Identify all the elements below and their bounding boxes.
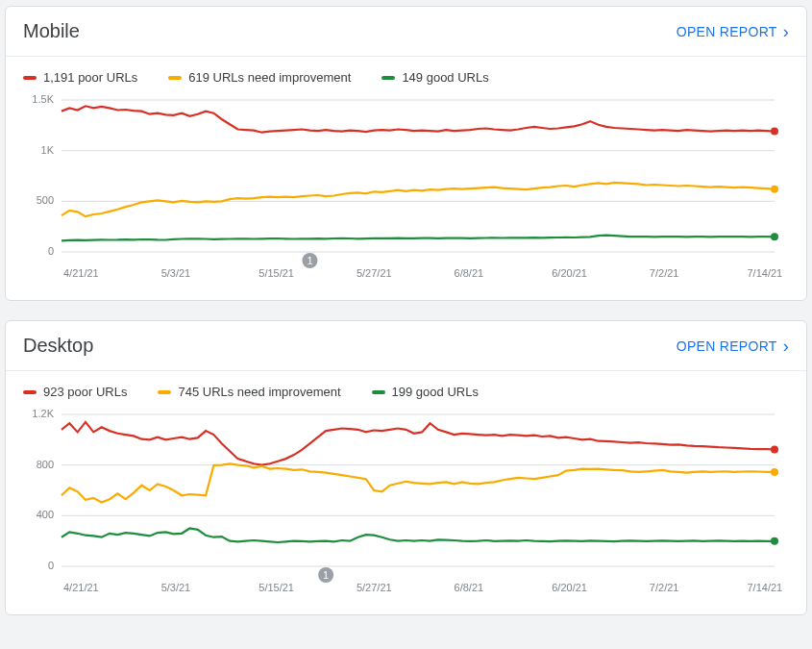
svg-text:1.5K: 1.5K bbox=[32, 94, 54, 105]
svg-text:7/14/21: 7/14/21 bbox=[748, 582, 783, 593]
svg-text:7/2/21: 7/2/21 bbox=[650, 582, 679, 593]
legend-label-need: 745 URLs need improvement bbox=[178, 385, 340, 399]
svg-text:7/2/21: 7/2/21 bbox=[650, 267, 679, 279]
chart-mobile: 05001K1.5K4/21/215/3/215/15/215/27/216/8… bbox=[6, 88, 806, 300]
svg-text:5/3/21: 5/3/21 bbox=[161, 582, 191, 593]
legend-item-good: 199 good URLs bbox=[372, 385, 479, 399]
svg-point-20 bbox=[771, 233, 778, 240]
legend: 1,191 poor URLs 619 URLs need improvemen… bbox=[6, 57, 806, 88]
swatch-poor bbox=[23, 390, 37, 394]
open-report-link[interactable]: OPEN REPORT › bbox=[677, 337, 789, 355]
card-desktop: Desktop OPEN REPORT › 923 poor URLs 745 … bbox=[5, 320, 807, 615]
swatch-need bbox=[168, 76, 182, 80]
svg-text:6/20/21: 6/20/21 bbox=[552, 582, 587, 593]
legend-label-need: 619 URLs need improvement bbox=[188, 70, 351, 85]
svg-text:1.2K: 1.2K bbox=[32, 409, 54, 419]
svg-text:1: 1 bbox=[307, 255, 312, 266]
card-mobile: Mobile OPEN REPORT › 1,191 poor URLs 619… bbox=[5, 6, 807, 301]
swatch-good bbox=[381, 76, 395, 80]
svg-text:4/21/21: 4/21/21 bbox=[63, 267, 99, 279]
svg-text:500: 500 bbox=[37, 194, 54, 206]
chevron-right-icon: › bbox=[783, 337, 789, 355]
svg-text:7/14/21: 7/14/21 bbox=[748, 267, 783, 279]
legend-item-need: 619 URLs need improvement bbox=[168, 70, 351, 85]
svg-text:1K: 1K bbox=[41, 144, 55, 156]
svg-point-39 bbox=[771, 445, 778, 453]
swatch-poor bbox=[23, 76, 37, 80]
svg-point-19 bbox=[771, 186, 778, 193]
svg-point-18 bbox=[771, 128, 778, 136]
legend-item-poor: 923 poor URLs bbox=[23, 385, 127, 399]
svg-text:4/21/21: 4/21/21 bbox=[63, 582, 99, 593]
card-header: Mobile OPEN REPORT › bbox=[6, 7, 806, 56]
legend: 923 poor URLs 745 URLs need improvement … bbox=[6, 371, 806, 403]
svg-text:5/27/21: 5/27/21 bbox=[357, 582, 392, 593]
legend-label-good: 199 good URLs bbox=[392, 385, 479, 399]
open-report-label: OPEN REPORT bbox=[677, 24, 777, 39]
svg-text:5/15/21: 5/15/21 bbox=[258, 267, 294, 279]
legend-label-poor: 1,191 poor URLs bbox=[43, 70, 137, 85]
open-report-link[interactable]: OPEN REPORT › bbox=[677, 23, 789, 40]
chevron-right-icon: › bbox=[783, 23, 789, 40]
svg-text:0: 0 bbox=[48, 560, 54, 571]
card-title: Mobile bbox=[23, 20, 80, 42]
card-title: Desktop bbox=[23, 335, 93, 357]
svg-text:6/8/21: 6/8/21 bbox=[455, 267, 484, 279]
svg-text:0: 0 bbox=[48, 245, 54, 257]
swatch-need bbox=[158, 390, 171, 394]
legend-label-good: 149 good URLs bbox=[402, 70, 488, 85]
svg-text:800: 800 bbox=[37, 459, 54, 470]
svg-point-40 bbox=[771, 468, 778, 476]
svg-text:5/3/21: 5/3/21 bbox=[161, 267, 191, 279]
open-report-label: OPEN REPORT bbox=[677, 338, 777, 354]
chart-desktop: 04008001.2K4/21/215/3/215/15/215/27/216/… bbox=[6, 403, 806, 614]
svg-point-41 bbox=[771, 537, 778, 545]
svg-text:6/20/21: 6/20/21 bbox=[552, 267, 587, 279]
svg-text:400: 400 bbox=[37, 509, 54, 520]
legend-label-poor: 923 poor URLs bbox=[43, 385, 127, 399]
swatch-good bbox=[372, 390, 385, 394]
legend-item-poor: 1,191 poor URLs bbox=[23, 70, 137, 85]
svg-text:6/8/21: 6/8/21 bbox=[455, 582, 484, 593]
svg-text:5/27/21: 5/27/21 bbox=[357, 267, 392, 279]
card-header: Desktop OPEN REPORT › bbox=[6, 321, 806, 370]
legend-item-need: 745 URLs need improvement bbox=[158, 385, 340, 399]
svg-text:5/15/21: 5/15/21 bbox=[258, 582, 294, 593]
legend-item-good: 149 good URLs bbox=[381, 70, 488, 85]
svg-text:1: 1 bbox=[323, 569, 329, 581]
